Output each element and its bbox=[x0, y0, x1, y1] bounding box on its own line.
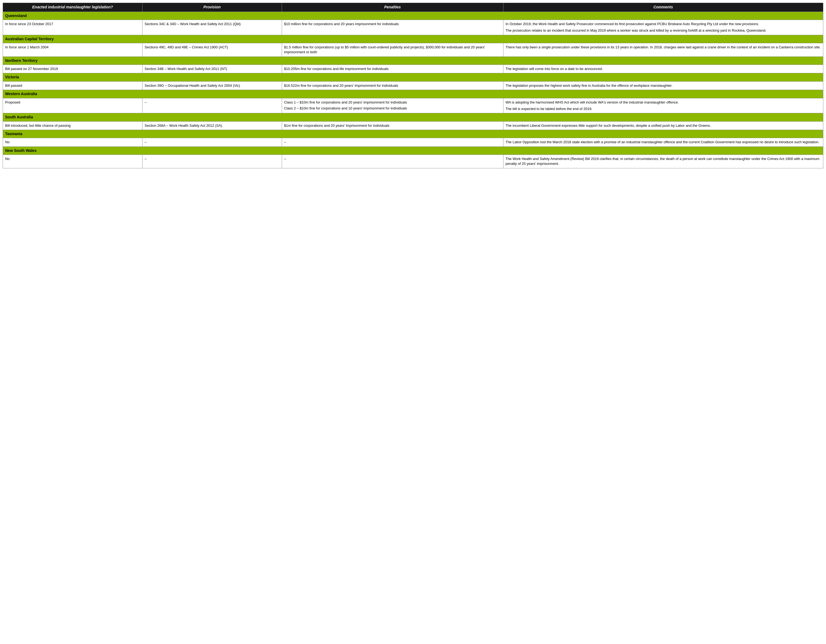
cell-provision: Sections 34C & 34D – Work Health and Saf… bbox=[142, 20, 282, 35]
cell-provision: – bbox=[142, 155, 282, 168]
cell-provision: Section 39G – Occupational Health and Sa… bbox=[142, 81, 282, 90]
section-header-queensland: Queensland bbox=[3, 12, 823, 20]
section-label: South Australia bbox=[3, 113, 823, 122]
section-label: Northern Territory bbox=[3, 56, 823, 65]
cell-enacted: No bbox=[3, 155, 143, 168]
cell-enacted: No bbox=[3, 138, 143, 147]
section-header-northern-territory: Northern Territory bbox=[3, 56, 823, 65]
cell-comments: The incumbent Liberal Government express… bbox=[503, 121, 823, 130]
cell-comments: There has only been a single prosecution… bbox=[503, 43, 823, 56]
section-header-south-australia: South Australia bbox=[3, 113, 823, 122]
cell-enacted: In force since 1 March 2004 bbox=[3, 43, 143, 56]
cell-penalties: $10 million fine for corporations and 20… bbox=[282, 20, 503, 35]
cell-provision: – bbox=[142, 98, 282, 113]
cell-penalties: $10.205m fine for corporations and life … bbox=[282, 65, 503, 73]
header-provision: Provision bbox=[142, 3, 282, 12]
cell-penalties: $1m fine for corporations and 20 years' … bbox=[282, 121, 503, 130]
section-header-victoria: Victoria bbox=[3, 73, 823, 82]
cell-enacted: Bill passed on 27 November 2019 bbox=[3, 65, 143, 73]
cell-penalties: Class 1 – $10m fine for corporations and… bbox=[282, 98, 503, 113]
table-row: Bill passed on 27 November 2019Section 3… bbox=[3, 65, 823, 73]
section-label: Queensland bbox=[3, 12, 823, 20]
cell-provision: – bbox=[142, 138, 282, 147]
cell-comments: The Work Health and Safety Amendment (Re… bbox=[503, 155, 823, 168]
table-row: In force since 1 March 2004Sections 49C,… bbox=[3, 43, 823, 56]
header-penalties: Penalties bbox=[282, 3, 503, 12]
section-header-western-australia: Western Australia bbox=[3, 90, 823, 98]
section-header-tasmania: Tasmania bbox=[3, 130, 823, 138]
legislation-table: Enacted industrial manslaughter legislat… bbox=[3, 3, 823, 168]
cell-comments: The legislation will come into force on … bbox=[503, 65, 823, 73]
section-header-australian-capital-territory: Australian Capital Territory bbox=[3, 35, 823, 43]
cell-enacted: In force since 23 October 2017 bbox=[3, 20, 143, 35]
section-label: New South Wales bbox=[3, 147, 823, 155]
cell-penalties: $1.5 million fine for corporations (up t… bbox=[282, 43, 503, 56]
section-label: Tasmania bbox=[3, 130, 823, 138]
cell-comments: In October 2019, the Work Health and Saf… bbox=[503, 20, 823, 35]
section-header-new-south-wales: New South Wales bbox=[3, 147, 823, 155]
cell-enacted: Bill passed bbox=[3, 81, 143, 90]
cell-comments: The Labor Opposition lost the March 2018… bbox=[503, 138, 823, 147]
table-row: Bill passedSection 39G – Occupational He… bbox=[3, 81, 823, 90]
header-enacted: Enacted industrial manslaughter legislat… bbox=[3, 3, 143, 12]
table-row: In force since 23 October 2017Sections 3… bbox=[3, 20, 823, 35]
cell-enacted: Proposed bbox=[3, 98, 143, 113]
cell-penalties: $16.522m fine for corporations and 20 ye… bbox=[282, 81, 503, 90]
cell-comments: WA is adopting the harmonised WHS Act wh… bbox=[503, 98, 823, 113]
section-label: Western Australia bbox=[3, 90, 823, 98]
cell-provision: Sections 49C, 49D and 49E – Crimes Act 1… bbox=[142, 43, 282, 56]
table-row: Proposed–Class 1 – $10m fine for corpora… bbox=[3, 98, 823, 113]
section-label: Victoria bbox=[3, 73, 823, 82]
cell-provision: Section 34B – Work Health and Safety Act… bbox=[142, 65, 282, 73]
cell-penalties: – bbox=[282, 155, 503, 168]
table-row: No––The Labor Opposition lost the March … bbox=[3, 138, 823, 147]
table-row: Bill introduced, but little chance of pa… bbox=[3, 121, 823, 130]
cell-enacted: Bill introduced, but little chance of pa… bbox=[3, 121, 143, 130]
cell-provision: Section 268A – Work Health Safety Act 20… bbox=[142, 121, 282, 130]
header-comments: Comments bbox=[503, 3, 823, 12]
cell-penalties: – bbox=[282, 138, 503, 147]
section-label: Australian Capital Territory bbox=[3, 35, 823, 43]
cell-comments: The legislation proposes the highest wor… bbox=[503, 81, 823, 90]
table-row: No––The Work Health and Safety Amendment… bbox=[3, 155, 823, 168]
